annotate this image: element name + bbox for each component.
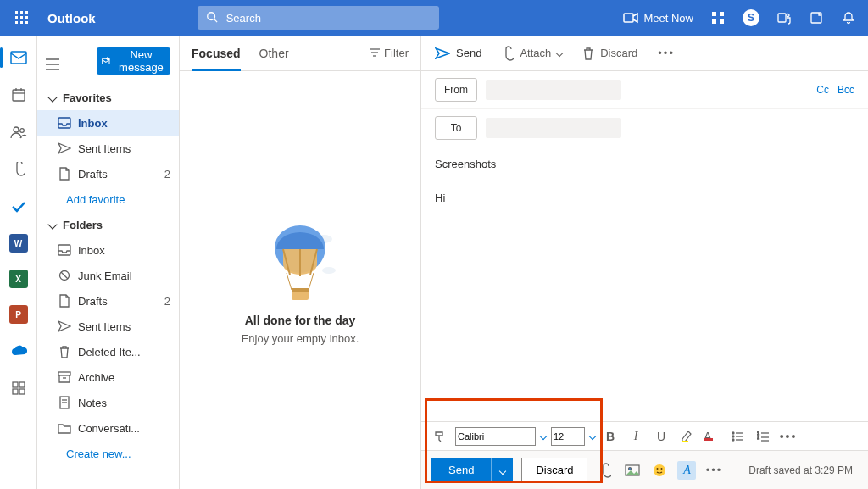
inbox-icon <box>58 243 71 257</box>
svg-rect-15 <box>720 19 724 24</box>
filter-button[interactable]: Filter <box>370 47 409 59</box>
font-family-select[interactable] <box>455 427 536 446</box>
folder-inbox[interactable]: Inbox <box>37 237 179 263</box>
more-actions-icon[interactable]: ••• <box>704 461 723 480</box>
empty-title: All done for the day <box>245 314 356 327</box>
folder-drafts[interactable]: Drafts 2 <box>37 288 179 314</box>
cmd-discard-button[interactable]: Discard <box>582 47 637 60</box>
draft-icon <box>58 167 71 181</box>
favorites-header[interactable]: Favorites <box>37 85 179 110</box>
folder-deleted[interactable]: Deleted Ite... <box>37 339 179 364</box>
highlight-button[interactable] <box>676 426 697 447</box>
from-button[interactable]: From <box>435 78 477 102</box>
svg-rect-1 <box>20 11 23 14</box>
excel-app-icon[interactable]: X <box>9 270 28 288</box>
discard-button[interactable]: Discard <box>521 458 587 483</box>
notifications-icon[interactable] <box>841 10 856 25</box>
app-launcher-icon[interactable] <box>7 3 37 33</box>
tab-focused[interactable]: Focused <box>192 36 241 71</box>
meet-now-button[interactable]: Meet Now <box>623 10 693 25</box>
svg-point-56 <box>732 436 734 437</box>
meet-now-label: Meet Now <box>643 12 693 25</box>
folder-notes[interactable]: Notes <box>37 390 179 415</box>
folder-conversation[interactable]: Conversati... <box>37 415 179 441</box>
todo-module-icon[interactable] <box>8 197 29 217</box>
mail-module-icon[interactable] <box>8 47 29 68</box>
calendar-module-icon[interactable] <box>8 85 29 105</box>
add-favorite-link[interactable]: Add favorite <box>37 186 179 212</box>
paint-format-icon[interactable] <box>430 426 450 447</box>
svg-rect-3 <box>15 16 18 19</box>
italic-button[interactable]: I <box>626 426 646 447</box>
onedrive-app-icon[interactable] <box>8 341 29 361</box>
subject-field[interactable]: Screenshots <box>421 147 868 181</box>
hamburger-icon[interactable] <box>46 52 59 77</box>
skype-icon[interactable]: S <box>743 9 760 26</box>
font-color-button[interactable]: A <box>702 426 722 447</box>
to-button[interactable]: To <box>435 116 477 140</box>
svg-rect-27 <box>19 382 25 387</box>
draft-icon <box>58 294 71 308</box>
search-input[interactable] <box>225 11 431 25</box>
svg-line-49 <box>309 273 314 290</box>
people-module-icon[interactable] <box>8 122 29 142</box>
my-day-icon[interactable] <box>809 10 824 25</box>
svg-point-17 <box>787 14 789 17</box>
send-dropdown-toggle[interactable] <box>491 458 513 483</box>
more-format-button[interactable]: ••• <box>778 426 798 447</box>
message-body[interactable]: Hi <box>421 181 868 421</box>
svg-rect-29 <box>19 389 25 394</box>
new-message-button[interactable]: New message <box>97 47 170 75</box>
attach-inline-icon[interactable] <box>596 461 615 480</box>
from-row: From Cc Bcc <box>421 71 868 109</box>
word-app-icon[interactable]: W <box>9 234 28 253</box>
compose-action-bar: Send Send Send later Discard A ••• Draft… <box>421 450 868 489</box>
to-value[interactable] <box>486 118 621 138</box>
sent-icon <box>58 320 71 333</box>
fav-drafts[interactable]: Drafts 2 <box>37 161 179 186</box>
create-new-link[interactable]: Create new... <box>37 441 179 466</box>
bold-button[interactable]: B <box>600 426 620 447</box>
search-box[interactable] <box>198 6 439 30</box>
video-icon <box>623 10 638 25</box>
tab-other[interactable]: Other <box>259 36 289 71</box>
compose-command-bar: Send Attach Discard ••• <box>421 36 868 71</box>
show-formatting-icon[interactable]: A <box>677 461 696 480</box>
folder-sent[interactable]: Sent Items <box>37 314 179 339</box>
cmd-send-button[interactable]: Send <box>435 47 481 59</box>
svg-rect-6 <box>15 21 18 24</box>
cmd-attach-button[interactable]: Attach <box>502 46 562 61</box>
send-button[interactable]: Send <box>431 458 491 483</box>
folders-header[interactable]: Folders <box>37 212 179 237</box>
chevron-down-icon <box>499 468 506 475</box>
folder-archive[interactable]: Archive <box>37 364 179 390</box>
fav-inbox[interactable]: Inbox <box>37 110 179 136</box>
svg-rect-0 <box>15 11 18 14</box>
font-size-select[interactable] <box>551 427 585 446</box>
send-split-wrapper: Send Send Send later <box>431 458 513 483</box>
apps-icon[interactable] <box>710 10 726 25</box>
junk-icon <box>58 269 71 282</box>
cmd-more-button[interactable]: ••• <box>658 47 675 59</box>
bcc-link[interactable]: Bcc <box>837 84 854 96</box>
cc-link[interactable]: Cc <box>816 84 829 96</box>
bullet-list-button[interactable] <box>727 426 748 447</box>
svg-point-54 <box>732 432 734 434</box>
insert-picture-icon[interactable] <box>623 461 642 480</box>
fav-sent[interactable]: Sent Items <box>37 136 179 161</box>
svg-rect-28 <box>13 389 18 394</box>
chevron-down-icon[interactable] <box>589 432 596 439</box>
files-module-icon[interactable] <box>8 159 29 180</box>
svg-point-66 <box>629 467 632 470</box>
number-list-button[interactable]: 12 <box>753 426 773 447</box>
svg-rect-38 <box>58 372 70 375</box>
powerpoint-app-icon[interactable]: P <box>9 305 28 324</box>
folder-junk[interactable]: Junk Email <box>37 263 179 288</box>
more-apps-icon[interactable] <box>8 378 29 398</box>
chevron-down-icon[interactable] <box>540 432 547 439</box>
underline-button[interactable]: U <box>651 426 671 447</box>
draft-saved-status: Draft saved at 3:29 PM <box>748 464 858 476</box>
teams-icon[interactable] <box>776 10 792 25</box>
from-value[interactable] <box>486 80 621 100</box>
emoji-icon[interactable] <box>650 461 669 480</box>
